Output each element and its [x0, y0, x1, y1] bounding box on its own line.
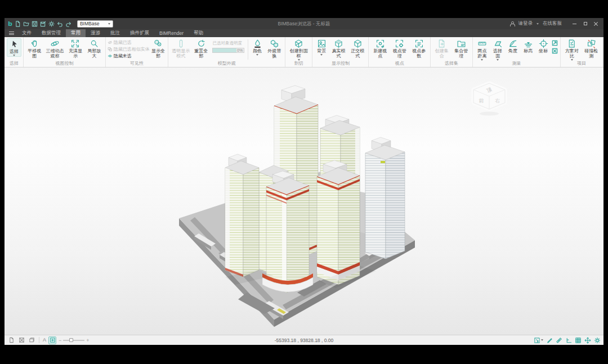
tab-file[interactable]: 文件: [17, 29, 37, 37]
ribbon-group-model-appearance: 透明显示模式 重置全部 已选对象透明度 0% 颜色: [168, 37, 285, 67]
nav-cube-left-label[interactable]: 前: [479, 98, 484, 104]
hide-similar-item[interactable]: 隐藏已选相似实体: [108, 46, 150, 52]
new-viewpoint-button[interactable]: 新建视点: [370, 38, 389, 59]
undo-icon[interactable]: [57, 21, 63, 27]
create-section-box-button[interactable]: 创建剖面框: [287, 38, 310, 61]
tab-bimrender[interactable]: BIMRender: [154, 29, 189, 37]
protractor-icon: [508, 39, 518, 48]
realistic-mode-button[interactable]: 真实模式: [329, 38, 348, 59]
tab-roam[interactable]: 漫游: [86, 29, 105, 37]
zoom-fit-button[interactable]: 充满显示: [66, 38, 85, 59]
tab-common-active[interactable]: 常用: [66, 29, 86, 37]
divider: [39, 337, 39, 343]
background-button[interactable]: 背景: [314, 38, 329, 56]
zoom-slider-track[interactable]: [63, 340, 84, 341]
orbit-button[interactable]: 三维动态观察: [44, 38, 66, 59]
layers-icon[interactable]: [28, 336, 35, 344]
ortho-mode-button[interactable]: 正交模式: [348, 38, 367, 59]
appearance-replace-button[interactable]: 外观替换: [265, 38, 283, 59]
grid-icon[interactable]: [575, 337, 582, 344]
settings-gear-icon[interactable]: [594, 337, 601, 344]
chevron-down-icon[interactable]: [537, 23, 539, 25]
3d-viewport[interactable]: 顶 前 右: [5, 68, 603, 335]
group-label: 测量: [475, 61, 558, 67]
clash-detect-button[interactable]: 碰撞检测: [582, 38, 601, 59]
new-file-icon[interactable]: [15, 21, 21, 27]
tab-annotate[interactable]: 批注: [105, 29, 125, 37]
building-model[interactable]: 顶 前 右: [5, 68, 603, 335]
create-set-button[interactable]: 创建集合: [432, 38, 451, 59]
tab-data-management[interactable]: 数据管理: [37, 29, 66, 37]
model-tree-icon[interactable]: [7, 336, 15, 344]
color-droplet-icon: [253, 39, 262, 48]
pencil-icon[interactable]: [546, 337, 553, 344]
zoom-slider-thumb[interactable]: [69, 338, 73, 342]
coordinate-button[interactable]: 坐标: [536, 38, 551, 54]
selection-mode-button[interactable]: [534, 337, 543, 344]
text-annotation-icon[interactable]: A: [43, 337, 46, 343]
maximize-button[interactable]: [580, 18, 591, 29]
open-file-icon[interactable]: [23, 21, 29, 27]
menu-hamburger-icon[interactable]: [9, 32, 14, 35]
group-label: 视点: [370, 61, 428, 67]
measure-clear-icon[interactable]: [551, 47, 558, 55]
minimize-button[interactable]: [569, 18, 580, 29]
highlight-selection-icon[interactable]: [48, 336, 56, 344]
ribbon-group-selection-set: 创建集合 集合管理 选择集: [431, 37, 473, 67]
viewpoint-params-button[interactable]: 视点参数: [409, 38, 428, 59]
cursor-icon: [10, 39, 19, 49]
login-link[interactable]: 请登录: [518, 20, 533, 27]
close-button[interactable]: [591, 18, 601, 29]
redo-icon[interactable]: [65, 21, 71, 27]
measure-tool-icon[interactable]: [556, 337, 562, 344]
elevation-button[interactable]: 标高: [521, 38, 535, 54]
support-link[interactable]: 在线客服: [543, 20, 562, 27]
hide-selected-item[interactable]: 隐藏已选: [108, 39, 150, 46]
move-icon[interactable]: [584, 337, 591, 344]
axis-corner-icon[interactable]: [565, 337, 572, 344]
face-icon: [493, 39, 503, 48]
workspace-dropdown[interactable]: BIMBase: [77, 20, 113, 28]
ribbon-group-viewpoint: 新建视点 视点管理 视点参数 视点: [369, 37, 430, 67]
opacity-slider-fill: [213, 48, 236, 52]
set-manage-button[interactable]: 集合管理: [451, 38, 471, 59]
tower-far-right: [365, 137, 405, 259]
reset-all-button[interactable]: 重置全部: [192, 38, 210, 59]
opacity-slider[interactable]: 0%: [212, 48, 244, 53]
select-button[interactable]: 选择: [7, 38, 21, 57]
chevron-down-icon: [320, 54, 323, 56]
show-all-button[interactable]: 显示全部: [150, 38, 166, 59]
ribbon-group-section: 创建剖面框 剖切: [285, 37, 312, 67]
zoom-out-icon[interactable]: −: [59, 338, 61, 343]
cube-swap-icon: [270, 39, 279, 48]
magnifier-icon: [90, 39, 99, 48]
tab-help[interactable]: 帮助: [189, 29, 208, 37]
settings-gear-icon[interactable]: [48, 21, 55, 27]
hide-unselected-item[interactable]: 隐藏未选: [108, 53, 150, 59]
viewpoint-manage-button[interactable]: 视点管理: [390, 38, 409, 59]
capsule-icon: [176, 39, 186, 48]
nav-cube[interactable]: 顶 前 右: [473, 83, 505, 116]
bounding-box-icon[interactable]: [17, 336, 25, 344]
save-as-icon[interactable]: [40, 21, 46, 27]
bimbase-logo-icon: b: [8, 21, 12, 27]
distance-button[interactable]: 两点距离: [475, 38, 490, 61]
zoom-in-icon[interactable]: +: [86, 338, 89, 343]
save-icon[interactable]: [32, 21, 38, 27]
measure-markup-icon[interactable]: [551, 39, 558, 47]
group-label: 项目: [562, 61, 601, 67]
scheme-compare-button[interactable]: 方案对比: [562, 38, 582, 61]
color-button[interactable]: 颜色: [250, 38, 265, 56]
select-face-button[interactable]: 选择面: [490, 38, 505, 61]
nav-cube-right-label[interactable]: 右: [495, 98, 500, 104]
transparent-mode-button[interactable]: 透明显示模式: [170, 38, 191, 59]
tab-plugin-extension[interactable]: 插件扩展: [125, 29, 154, 37]
ruler-icon: [477, 39, 487, 48]
group-label: 模型外观: [170, 61, 283, 67]
fit-view-icon: [70, 39, 80, 48]
angle-button[interactable]: 角度: [506, 38, 520, 54]
selection-box-icon: [534, 337, 540, 344]
zoom-window-button[interactable]: 局部放大: [85, 38, 104, 59]
zoom-slider[interactable]: − +: [59, 338, 90, 343]
pan-view-button[interactable]: 平移视图: [25, 38, 44, 59]
